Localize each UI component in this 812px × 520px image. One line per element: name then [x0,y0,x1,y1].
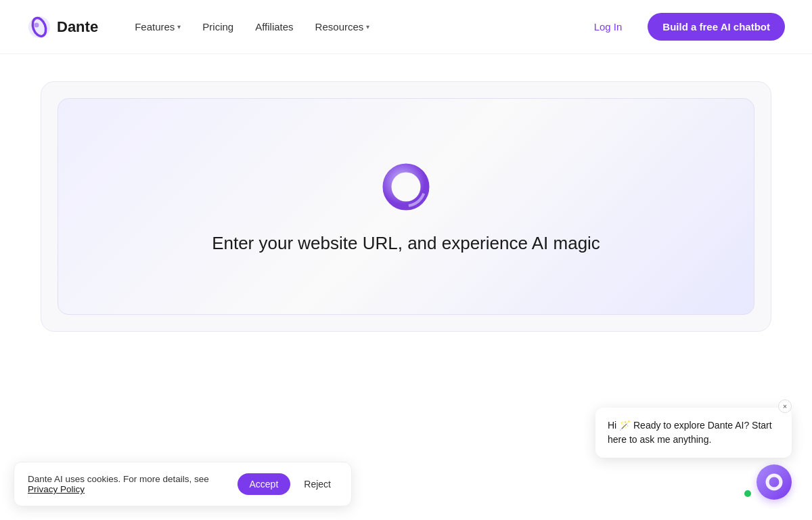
chat-avatar-row [744,464,792,500]
build-chatbot-button[interactable]: Build a free AI chatbot [648,13,785,41]
outer-card: Enter your website URL, and experience A… [41,81,771,332]
svg-point-5 [395,177,417,199]
logo-link[interactable]: Dante [27,15,98,39]
svg-point-2 [35,22,39,27]
cookie-banner: Dante AI uses cookies. For more details,… [14,462,352,506]
chat-message: Hi 🪄 Ready to explore Dante AI? Start he… [608,420,772,445]
nav-login[interactable]: Log In [585,16,632,38]
privacy-policy-link[interactable]: Privacy Policy [28,484,85,494]
navbar: Dante Features ▾ Pricing Affiliates Reso… [0,0,812,54]
inner-card: Enter your website URL, and experience A… [58,98,754,315]
cookie-reject-button[interactable]: Reject [297,473,338,495]
cookie-text: Dante AI uses cookies. For more details,… [28,474,228,494]
ring-icon [379,160,433,214]
features-chevron-icon: ▾ [177,23,181,30]
nav-pricing[interactable]: Pricing [193,16,243,38]
chat-status-dot [744,490,751,497]
chat-popup: × Hi 🪄 Ready to explore Dante AI? Start … [595,408,792,458]
nav-links: Features ▾ Pricing Affiliates Resources … [125,16,631,38]
chat-avatar-button[interactable] [757,464,792,500]
chat-widget: × Hi 🪄 Ready to explore Dante AI? Start … [595,408,792,500]
logo-icon [27,15,51,39]
svg-point-6 [767,475,781,489]
nav-features[interactable]: Features ▾ [125,16,190,38]
chat-close-button[interactable]: × [778,399,792,413]
cookie-accept-button[interactable]: Accept [238,473,291,495]
main-content: Enter your website URL, and experience A… [0,54,812,359]
chat-avatar-icon [764,472,784,492]
resources-chevron-icon: ▾ [366,23,369,30]
cookie-actions: Accept Reject [238,473,338,495]
main-heading: Enter your website URL, and experience A… [212,233,600,254]
nav-affiliates[interactable]: Affiliates [246,16,302,38]
nav-resources[interactable]: Resources ▾ [306,16,380,38]
logo-text: Dante [57,18,98,36]
